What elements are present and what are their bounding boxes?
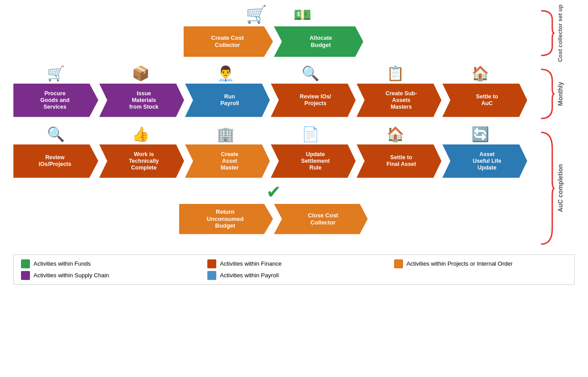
brace-svg-auc (539, 126, 557, 251)
monthly-label: Monthly (557, 82, 564, 106)
return-unconsumed[interactable]: Return Unconsumed Budget (179, 204, 273, 234)
auc-content: 🔍 👍 🏢 📄 🏠 🔄 Review IOs/Projects Work is … (13, 126, 534, 251)
checkmark-icon: ✔ (266, 182, 281, 202)
cost-collector-section: 🛒 💵 Create Cost Collector Allocate Budge… (13, 4, 575, 62)
settle-auc[interactable]: Settle to AuC (442, 84, 527, 117)
icon-search: 🔍 (268, 65, 353, 82)
review-ios-monthly[interactable]: Review IOs/ Projects (271, 84, 356, 117)
icon-search2: 🔍 (13, 126, 98, 143)
icon-building-refresh: 🔄 (438, 126, 523, 143)
legend-label-supply-chain: Activities within Supply Chain (34, 272, 109, 279)
check-row: ✔ (13, 182, 534, 202)
create-cost-collector[interactable]: Create Cost Collector (184, 26, 273, 57)
auc-section: 🔍 👍 🏢 📄 🏠 🔄 Review IOs/Projects Work is … (13, 126, 575, 251)
legend-finance: Activities within Finance (207, 259, 380, 268)
icon-building-dollar: 🏢 (183, 126, 268, 143)
update-settlement-rule[interactable]: Update Settlement Rule (271, 144, 356, 178)
auc-brace: AuC completion (539, 126, 575, 251)
asset-useful-life[interactable]: Asset Useful Life Update (442, 144, 527, 178)
legend-projects: Activities within Projects or Internal O… (394, 259, 567, 268)
legend-box-finance (207, 259, 216, 268)
top-icons-row: 🛒 💵 (13, 4, 534, 24)
monthly-content: 🛒 📦 👨‍💼 🔍 📋 🏠 Procure Goods and Services… (13, 65, 534, 123)
icon-thumbsup: 👍 (98, 126, 183, 143)
cart-icon: 🛒 (246, 4, 267, 24)
legend-box-payroll (207, 271, 216, 280)
legend-label-funds: Activities within Funds (34, 260, 91, 267)
monthly-arrows: Procure Goods and Services Issue Materia… (13, 84, 534, 117)
run-payroll[interactable]: Run Payroll (185, 84, 270, 117)
cost-collector-brace: Cost collector set up (539, 4, 575, 62)
create-sub-assets[interactable]: Create Sub- Assets Masters (357, 84, 441, 117)
allocate-budget[interactable]: Allocate Budget (274, 26, 363, 57)
auc-icons-row: 🔍 👍 🏢 📄 🏠 🔄 (13, 126, 534, 143)
close-cost-collector[interactable]: Close Cost Collector (274, 204, 368, 234)
icon-person-money: 👨‍💼 (183, 65, 268, 82)
review-ios-auc[interactable]: Review IOs/Projects (13, 144, 98, 178)
brace-svg-top (539, 6, 557, 60)
auc-arrows: Review IOs/Projects Work is Technically … (13, 144, 534, 178)
icon-boxes: 📦 (98, 65, 183, 82)
legend-payroll: Activities within Payroll (207, 271, 380, 280)
monthly-brace: Monthly (539, 65, 575, 123)
legend-box-supply-chain (21, 271, 30, 280)
money-icon: 💵 (294, 4, 311, 24)
legend: Activities within Funds Activities withi… (13, 254, 575, 285)
bottom-arrows: Return Unconsumed Budget Close Cost Coll… (13, 204, 534, 234)
issue-materials[interactable]: Issue Materials from Stock (99, 84, 184, 117)
settle-final-asset[interactable]: Settle to Final Asset (357, 144, 441, 178)
main-container: 🛒 💵 Create Cost Collector Allocate Budge… (0, 0, 588, 285)
legend-supply-chain: Activities within Supply Chain (21, 271, 194, 280)
icon-list: 📄 (268, 126, 353, 143)
legend-label-payroll: Activities within Payroll (220, 272, 279, 279)
icon-building2: 🏠 (353, 126, 438, 143)
monthly-section: 🛒 📦 👨‍💼 🔍 📋 🏠 Procure Goods and Services… (13, 65, 575, 123)
procure-goods[interactable]: Procure Goods and Services (13, 84, 98, 117)
create-asset-master[interactable]: Create Asset Master (185, 144, 270, 178)
cost-collector-content: 🛒 💵 Create Cost Collector Allocate Budge… (13, 4, 534, 62)
work-technically-complete[interactable]: Work is Technically Complete (99, 144, 184, 178)
cost-collector-label: Cost collector set up (557, 4, 563, 62)
icon-building-money: 🏠 (438, 65, 523, 82)
legend-label-projects: Activities within Projects or Internal O… (407, 260, 513, 267)
legend-funds: Activities within Funds (21, 259, 194, 268)
legend-label-finance: Activities within Finance (220, 260, 281, 267)
monthly-icons-row: 🛒 📦 👨‍💼 🔍 📋 🏠 (13, 65, 534, 82)
row1-arrows: Create Cost Collector Allocate Budget (13, 26, 534, 57)
legend-box-projects (394, 259, 403, 268)
auc-label: AuC completion (557, 164, 564, 212)
brace-svg-monthly (539, 65, 557, 123)
icon-docs: 📋 (353, 65, 438, 82)
legend-box-funds (21, 259, 30, 268)
icon-cart2: 🛒 (13, 65, 98, 82)
